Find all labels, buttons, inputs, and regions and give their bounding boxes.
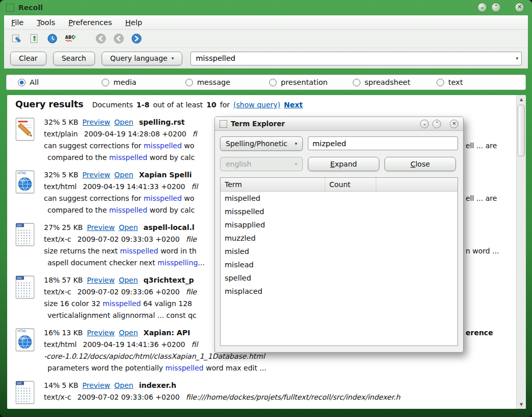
result-meta: text/x-c2009-07-02 09:33:06 +0200file://… — [44, 391, 516, 403]
spellcheck-icon[interactable]: ABC — [64, 33, 76, 45]
mime-type: text/plain — [44, 130, 78, 138]
doc-url: file:///home/dockes/projets/fulltext/rec… — [186, 393, 400, 401]
scroll-up-icon[interactable]: ▲ — [517, 95, 526, 104]
dialog-row-2: english▾ Expand Close — [220, 157, 458, 171]
term-row[interactable]: mispelled — [221, 192, 457, 205]
vertical-scrollbar[interactable]: ▲ ▼ — [516, 95, 526, 409]
doc-url: file — [186, 288, 197, 296]
result-body: 14%5 KBPreviewOpenindexer.h text/x-c2009… — [44, 380, 516, 405]
term-explorer-dialog: Term Explorer ⌄ ⌃ ✕ Spelling/Phonetic▾ e… — [214, 117, 464, 353]
search-button[interactable]: Search — [53, 52, 95, 65]
query-results-title: Query results — [15, 99, 84, 109]
filter-option-presentation[interactable]: presentation — [269, 78, 353, 86]
column-header-count: Count — [325, 178, 376, 191]
show-query-link[interactable]: (show query) — [233, 101, 280, 109]
filter-option-media[interactable]: media — [102, 78, 185, 86]
query-mode-select[interactable]: Query language▾ — [102, 52, 183, 65]
menu-preferences[interactable]: Preferences — [68, 18, 112, 27]
term-row[interactable]: misspelled — [221, 205, 457, 218]
preview-link[interactable]: Preview — [82, 118, 110, 126]
chevron-down-icon: ▾ — [295, 141, 297, 146]
menu-tools[interactable]: Tools — [37, 18, 55, 27]
term-row[interactable]: misplaced — [221, 285, 457, 298]
term-row[interactable]: muzzled — [221, 231, 457, 245]
preview-link[interactable]: Preview — [82, 381, 110, 389]
scroll-down-icon[interactable]: ▼ — [517, 400, 526, 409]
open-link[interactable]: Open — [114, 118, 133, 126]
term-row[interactable]: misled — [221, 245, 457, 258]
language-select: english▾ — [220, 157, 303, 171]
file-size: 5 KB — [62, 381, 78, 389]
result-title: Xapian Spelli — [139, 171, 191, 179]
history-icon[interactable] — [46, 33, 58, 45]
file-size: 57 KB — [62, 276, 83, 284]
mime-type: text/html — [44, 182, 77, 191]
preview-link[interactable]: Preview — [82, 171, 110, 179]
results-panel: Query results Documents 1-8 out of at le… — [7, 95, 526, 409]
relevance-percent: 14% — [44, 381, 60, 389]
dialog-close-button[interactable]: ✕ — [450, 120, 458, 128]
preview-link[interactable]: Preview — [87, 329, 115, 337]
filter-option-all[interactable]: All — [18, 78, 102, 86]
preview-link[interactable]: Preview — [87, 276, 115, 284]
results-header: Query results Documents 1-8 out of at le… — [11, 98, 516, 111]
window-titlebar[interactable]: Recoll ⌄ ⌃ ✕ — [0, 0, 532, 15]
filter-label: media — [113, 78, 136, 86]
doc-date: 2009-04-19 14:28:08 +0200 — [84, 130, 186, 138]
clear-search-icon[interactable] — [10, 33, 22, 45]
scrollbar-thumb[interactable] — [518, 105, 525, 156]
term-row[interactable]: mislead — [221, 258, 457, 271]
term-row[interactable]: spelled — [221, 271, 457, 285]
close-button[interactable]: Close — [384, 157, 456, 171]
next-page-link[interactable]: Next — [284, 101, 303, 109]
query-input[interactable] — [191, 54, 516, 62]
terms-table: Term Count mispelled misspelled misappli… — [220, 177, 458, 346]
expansion-mode-select[interactable]: Spelling/Phonetic▾ — [220, 136, 303, 151]
open-link[interactable]: Open — [119, 329, 138, 337]
filter-option-message[interactable]: message — [185, 78, 269, 86]
docs-total: 10 — [206, 101, 216, 109]
filter-option-spreadsheet[interactable]: spreadsheet — [353, 78, 437, 86]
term-input[interactable] — [308, 136, 458, 150]
result-title: spelling.rst — [139, 118, 184, 126]
doc-date: 2009-04-19 14:41:36 +0200 — [83, 340, 185, 349]
open-link[interactable]: Open — [114, 381, 133, 389]
file-size: 25 KB — [62, 223, 83, 231]
chevron-down-icon: ▾ — [295, 161, 297, 167]
query-combobox[interactable]: ▾ — [190, 52, 522, 65]
menu-file[interactable]: File — [11, 18, 23, 27]
doc-date: 2009-07-02 09:33:06 +0200 — [77, 288, 180, 296]
mime-type: text/x-c — [44, 288, 71, 296]
file-size: 5 KB — [62, 118, 78, 126]
maximize-button[interactable]: ⌃ — [491, 3, 501, 12]
filter-option-text[interactable]: text — [437, 78, 520, 86]
filter-label: text — [448, 78, 463, 86]
file-icon-source — [11, 274, 40, 321]
shade-button[interactable]: ⌄ — [477, 3, 487, 12]
radio-icon — [102, 79, 109, 86]
expand-button[interactable]: Expand — [308, 157, 379, 171]
dialog-shade-button[interactable]: ⌄ — [420, 120, 429, 128]
clear-button[interactable]: Clear — [10, 52, 46, 65]
open-link[interactable]: Open — [119, 276, 138, 284]
menu-help[interactable]: Help — [125, 18, 142, 27]
filter-bar: All media message presentation spreadshe… — [6, 75, 526, 90]
relevance-percent: 32% — [44, 171, 60, 179]
term-row[interactable]: misapplied — [221, 218, 457, 231]
open-link[interactable]: Open — [119, 223, 138, 231]
result-title: aspell-local.l — [143, 223, 195, 231]
recoll-icon — [6, 4, 14, 12]
dialog-titlebar[interactable]: Term Explorer ⌄ ⌃ ✕ — [215, 117, 463, 131]
update-index-icon[interactable] — [28, 33, 40, 45]
open-link[interactable]: Open — [114, 171, 133, 179]
close-button[interactable]: ✕ — [515, 3, 524, 12]
dialog-title: Term Explorer — [231, 120, 417, 128]
chevron-down-icon[interactable]: ▾ — [516, 56, 518, 61]
filter-label: message — [197, 78, 230, 86]
preview-link[interactable]: Preview — [87, 223, 115, 231]
dialog-maximize-button[interactable]: ⌃ — [432, 120, 441, 128]
go-next-icon[interactable] — [130, 33, 142, 45]
radio-icon — [353, 79, 360, 86]
doc-url: fil — [191, 340, 198, 349]
snippet-line: parameters word the potentially misspell… — [44, 362, 516, 374]
